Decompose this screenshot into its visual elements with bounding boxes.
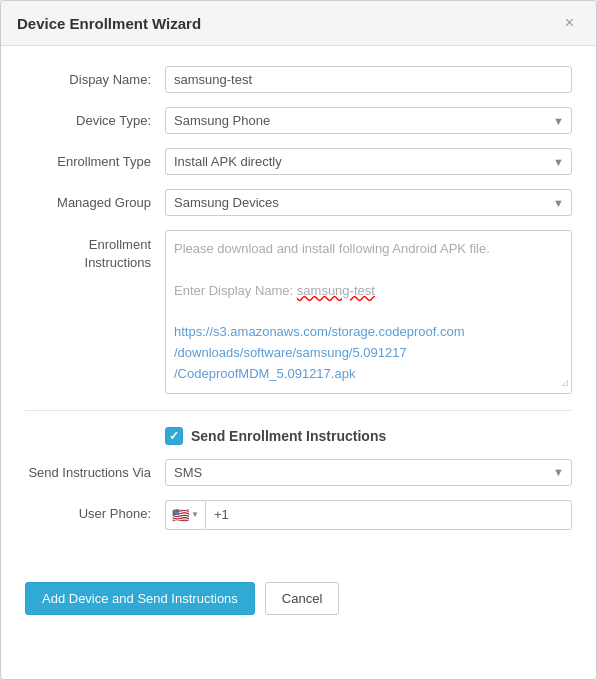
enrollment-instructions-label: Enrollment Instructions	[25, 230, 165, 272]
send-via-select-wrapper: SMS Email ▼	[165, 459, 572, 486]
phone-input-group: 🇺🇸 ▼	[165, 500, 572, 530]
managed-group-row: Managed Group Samsung Devices All Device…	[25, 189, 572, 216]
instructions-apk-link[interactable]: https://s3.amazonaws.com/storage.codepro…	[174, 324, 464, 381]
divider	[25, 410, 572, 411]
device-enrollment-dialog: Device Enrollment Wizard × Dispay Name: …	[0, 0, 597, 680]
flag-chevron-icon: ▼	[191, 510, 199, 519]
managed-group-select-wrapper: Samsung Devices All Devices ▼	[165, 189, 572, 216]
cancel-button[interactable]: Cancel	[265, 582, 339, 615]
device-type-row: Device Type: Samsung Phone Android Phone…	[25, 107, 572, 134]
display-name-input[interactable]	[165, 66, 572, 93]
send-via-row: Send Instructions Via SMS Email ▼	[25, 459, 572, 486]
display-name-label: Dispay Name:	[25, 66, 165, 87]
send-enrollment-label: Send Enrollment Instructions	[191, 428, 386, 444]
instructions-line3: https://s3.amazonaws.com/storage.codepro…	[174, 322, 563, 384]
dialog-header: Device Enrollment Wizard ×	[1, 1, 596, 46]
managed-group-label: Managed Group	[25, 189, 165, 210]
send-via-label: Send Instructions Via	[25, 459, 165, 480]
enrollment-type-label: Enrollment Type	[25, 148, 165, 169]
textarea-resize-handle: ⊿	[561, 375, 569, 391]
enrollment-instructions-box[interactable]: Please download and install following An…	[165, 230, 572, 394]
enrollment-type-select[interactable]: Install APK directly QR Code NFC	[165, 148, 572, 175]
managed-group-select[interactable]: Samsung Devices All Devices	[165, 189, 572, 216]
instructions-line2: Enter Display Name: samsung-test	[174, 281, 563, 302]
instructions-line1: Please download and install following An…	[174, 239, 563, 260]
instructions-text: Please download and install following An…	[174, 239, 563, 385]
device-type-label: Device Type:	[25, 107, 165, 128]
device-type-select-wrapper: Samsung Phone Android Phone iPhone Windo…	[165, 107, 572, 134]
enrollment-type-select-wrapper: Install APK directly QR Code NFC ▼	[165, 148, 572, 175]
enrollment-type-row: Enrollment Type Install APK directly QR …	[25, 148, 572, 175]
send-enrollment-row: Send Enrollment Instructions	[25, 427, 572, 445]
dialog-title: Device Enrollment Wizard	[17, 15, 201, 32]
dialog-footer: Add Device and Send Instructions Cancel	[1, 568, 596, 635]
send-enrollment-checkbox[interactable]	[165, 427, 183, 445]
enrollment-instructions-row: Enrollment Instructions Please download …	[25, 230, 572, 394]
add-device-button[interactable]: Add Device and Send Instructions	[25, 582, 255, 615]
user-phone-row: User Phone: 🇺🇸 ▼	[25, 500, 572, 530]
instructions-device-name: samsung-test	[297, 283, 375, 298]
display-name-row: Dispay Name:	[25, 66, 572, 93]
close-button[interactable]: ×	[559, 13, 580, 33]
send-via-select[interactable]: SMS Email	[165, 459, 572, 486]
device-type-select[interactable]: Samsung Phone Android Phone iPhone Windo…	[165, 107, 572, 134]
flag-icon: 🇺🇸	[172, 507, 189, 523]
country-flag-selector[interactable]: 🇺🇸 ▼	[165, 500, 205, 530]
user-phone-label: User Phone:	[25, 500, 165, 521]
phone-input[interactable]	[205, 500, 572, 530]
dialog-body: Dispay Name: Device Type: Samsung Phone …	[1, 46, 596, 568]
